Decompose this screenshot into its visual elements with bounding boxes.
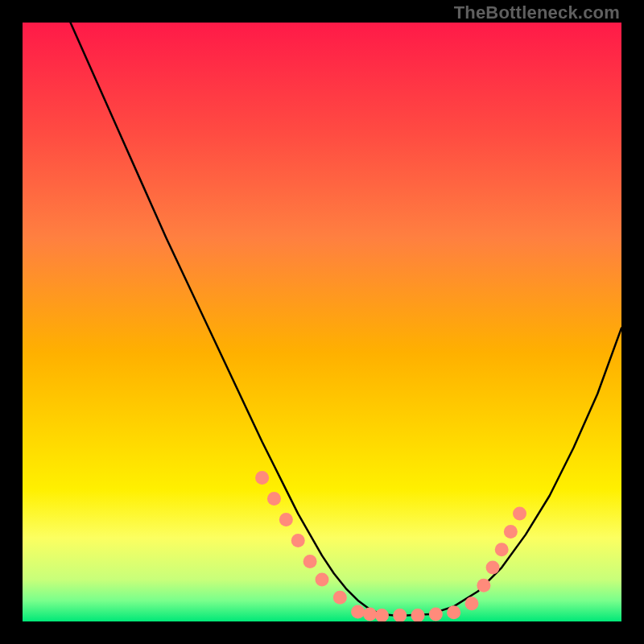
watermark-text: TheBottleneck.com — [454, 2, 620, 23]
chart-canvas — [23, 23, 621, 621]
data-marker — [513, 507, 526, 521]
data-marker — [351, 605, 365, 619]
gradient-background — [23, 23, 621, 621]
data-marker — [255, 471, 269, 485]
data-marker — [291, 534, 305, 547]
data-marker — [363, 608, 377, 621]
data-marker — [316, 572, 329, 586]
data-marker — [333, 591, 347, 605]
data-marker — [477, 579, 490, 592]
data-marker — [429, 608, 443, 621]
data-marker — [303, 555, 317, 568]
data-marker — [495, 543, 509, 556]
data-marker — [279, 513, 293, 526]
data-marker — [447, 605, 460, 619]
data-marker — [465, 597, 479, 610]
data-marker — [267, 492, 281, 506]
data-marker — [504, 525, 518, 539]
plot-area — [23, 23, 621, 621]
data-marker — [486, 561, 500, 575]
chart-outer-frame: TheBottleneck.com — [0, 0, 644, 644]
